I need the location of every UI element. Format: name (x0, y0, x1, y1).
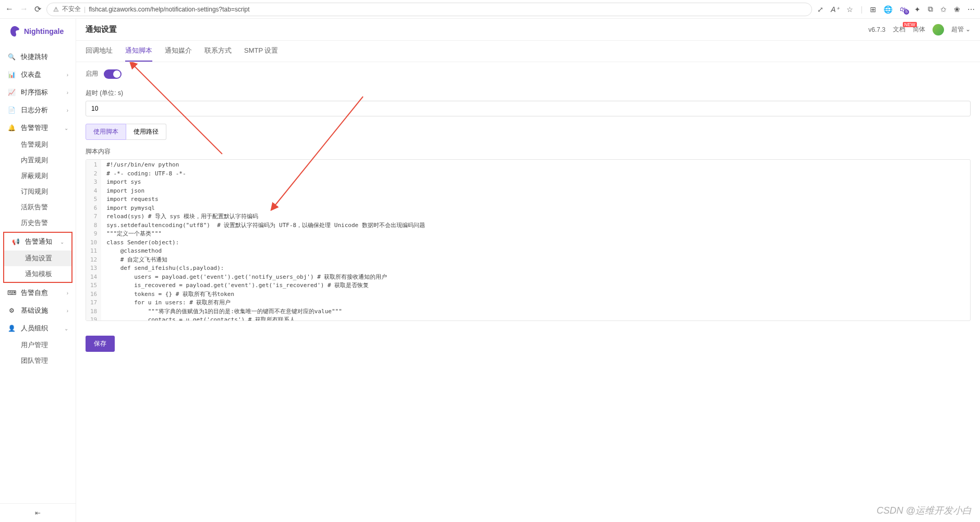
nav-icon: 🔔 (7, 124, 16, 132)
nav-icon: 👤 (7, 325, 16, 332)
logo[interactable]: Nightingale (0, 19, 76, 44)
browser-toolbar: ← → ⟳ ⚠ 不安全 | flshcat.gizaworks.com/help… (0, 0, 980, 19)
text-icon[interactable]: A⁺ (831, 5, 839, 14)
mode-btn-group: 使用脚本 使用路径 (86, 124, 971, 140)
ext-globe-icon[interactable]: 🌐 (884, 5, 892, 14)
ext-heart-icon[interactable]: ❀ (954, 5, 960, 14)
sidebar-item[interactable]: 📊仪表盘› (0, 66, 76, 84)
script-field: 脚本内容 12345678910111213141516171819202122… (86, 147, 971, 321)
sidebar: Nightingale 🔍快捷跳转📊仪表盘›📈时序指标›📄日志分析›🔔告警管理⌄… (0, 19, 76, 522)
star-icon[interactable]: ☆ (846, 5, 853, 14)
user-name[interactable]: 超管 ⌄ (951, 25, 971, 34)
tab[interactable]: 通知脚本 (125, 41, 152, 62)
chevron-icon: ⌄ (60, 239, 64, 245)
puzzle-icon[interactable]: ⊞ (870, 5, 876, 14)
timeout-input[interactable] (86, 101, 971, 116)
chevron-icon: › (67, 308, 68, 314)
reload-icon[interactable]: ⟳ (34, 4, 41, 14)
timeout-field: 超时 (单位: s) (86, 89, 971, 116)
nav-label: 快捷跳转 (21, 52, 48, 62)
code-body[interactable]: #!/usr/bin/env python# -*- coding: UTF-8… (101, 160, 970, 321)
sidebar-subitem[interactable]: 订阅规则 (0, 184, 76, 199)
nav-label: 人员组织 (21, 324, 48, 333)
forward-icon[interactable]: → (20, 4, 28, 14)
header-right: v6.7.3 文档 NEW 简体 超管 ⌄ (868, 24, 971, 35)
sidebar-item[interactable]: 🔍快捷跳转 (0, 48, 76, 66)
nav-icon: 📊 (7, 71, 16, 78)
sidebar-subitem[interactable]: 内置规则 (0, 152, 76, 168)
chevron-icon: › (67, 108, 68, 113)
sidebar-subitem[interactable]: 告警规则 (0, 137, 76, 152)
chevron-icon: › (67, 72, 68, 78)
sidebar-item[interactable]: 🔔告警管理⌄ (0, 119, 76, 137)
chevron-icon: ⌄ (64, 326, 68, 331)
tab[interactable]: SMTP 设置 (244, 41, 279, 62)
favorites-icon[interactable]: ✩ (940, 5, 947, 14)
nav-label: 告警管理 (21, 123, 48, 133)
sidebar-subitem[interactable]: 屏蔽规则 (0, 168, 76, 184)
logo-icon (8, 25, 21, 38)
nav-icon: 📄 (7, 106, 16, 114)
read-icon[interactable]: ⤢ (817, 5, 824, 14)
url-text: flshcat.gizaworks.com/help/notification-… (89, 6, 249, 13)
ext-bag-icon[interactable]: 🛍5 (900, 5, 907, 14)
divider: | (861, 5, 863, 14)
main: 通知设置 v6.7.3 文档 NEW 简体 超管 ⌄ 回调地址通知脚本通知媒介联… (76, 19, 980, 522)
page-title: 通知设置 (86, 25, 117, 34)
sidebar-subitem[interactable]: 团队管理 (0, 353, 76, 369)
nav-icon: 📢 (11, 238, 20, 245)
new-badge: NEW (903, 22, 917, 27)
nav-label: 告警通知 (25, 237, 52, 246)
version-label: v6.7.3 (868, 26, 886, 33)
use-script-button[interactable]: 使用脚本 (86, 124, 126, 140)
back-icon[interactable]: ← (5, 4, 14, 14)
tab[interactable]: 通知媒介 (165, 41, 192, 62)
sidebar-subitem[interactable]: 用户管理 (0, 337, 76, 353)
more-icon[interactable]: ⋯ (967, 5, 975, 14)
content: 启用 超时 (单位: s) 使用脚本 使用路径 脚本内容 12345678910… (76, 62, 980, 522)
sidebar-item[interactable]: ⌨告警自愈› (0, 284, 76, 302)
timeout-label: 超时 (单位: s) (86, 89, 123, 98)
nav-label: 日志分析 (21, 105, 48, 115)
enable-toggle[interactable] (104, 69, 122, 79)
nav-label: 告警自愈 (21, 288, 48, 298)
sidebar-item[interactable]: 📄日志分析› (0, 101, 76, 119)
address-bar[interactable]: ⚠ 不安全 | flshcat.gizaworks.com/help/notif… (46, 3, 812, 16)
save-button[interactable]: 保存 (86, 336, 115, 352)
tab[interactable]: 联系方式 (204, 41, 232, 62)
sidebar-subitem[interactable]: 通知模板 (4, 266, 71, 282)
nav-label: 仪表盘 (21, 70, 41, 79)
sidebar-subitem[interactable]: 历史告警 (0, 215, 76, 231)
collections-icon[interactable]: ⧉ (928, 5, 933, 14)
nav-icon: 🔍 (7, 53, 16, 61)
code-gutter: 123456789101112131415161718192021222324 (86, 160, 101, 321)
chevron-icon: ⌄ (64, 125, 68, 131)
enable-field: 启用 (86, 69, 971, 81)
nav-label: 时序指标 (21, 88, 48, 97)
nav-icon: 📈 (7, 89, 16, 96)
sidebar-item[interactable]: 📢告警通知⌄ (4, 233, 71, 251)
sidebar-item[interactable]: 👤人员组织⌄ (0, 319, 76, 337)
insecure-icon: ⚠ (53, 6, 59, 13)
browser-extensions: ⤢ A⁺ ☆ | ⊞ 🌐 🛍5 ✦ ⧉ ✩ ❀ ⋯ (817, 5, 975, 14)
nav-list: 🔍快捷跳转📊仪表盘›📈时序指标›📄日志分析›🔔告警管理⌄告警规则内置规则屏蔽规则… (0, 44, 76, 503)
tab[interactable]: 回调地址 (86, 41, 113, 62)
nav-icon: ⚙ (7, 307, 16, 314)
sidebar-collapse[interactable]: ⇤ (0, 503, 76, 522)
sidebar-subitem[interactable]: 通知设置 (4, 251, 71, 266)
sidebar-item[interactable]: ⚙基础设施› (0, 302, 76, 319)
sidebar-item[interactable]: 📈时序指标› (0, 84, 76, 101)
app-root: Nightingale 🔍快捷跳转📊仪表盘›📈时序指标›📄日志分析›🔔告警管理⌄… (0, 19, 980, 522)
use-path-button[interactable]: 使用路径 (126, 124, 166, 140)
chevron-icon: › (67, 90, 68, 96)
sidebar-subitem[interactable]: 活跃告警 (0, 199, 76, 215)
nav-label: 基础设施 (21, 306, 48, 315)
code-editor[interactable]: 123456789101112131415161718192021222324 … (86, 159, 971, 321)
browser-nav: ← → ⟳ (5, 4, 41, 14)
ext-sparkle-icon[interactable]: ✦ (914, 5, 921, 14)
chevron-down-icon: ⌄ (965, 26, 971, 33)
avatar[interactable] (933, 24, 944, 35)
header: 通知设置 v6.7.3 文档 NEW 简体 超管 ⌄ (76, 19, 980, 41)
mode-field: 使用脚本 使用路径 (86, 124, 971, 140)
docs-link[interactable]: 文档 NEW (893, 25, 905, 34)
